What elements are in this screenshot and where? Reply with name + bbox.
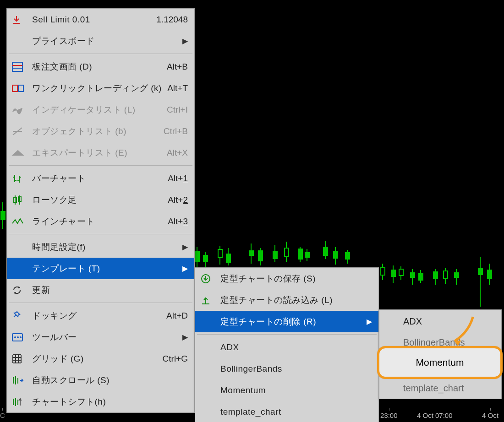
svg-rect-21 [323, 247, 328, 255]
svg-rect-37 [433, 272, 438, 278]
delete-menu-item[interactable]: BollingerBands [379, 332, 501, 353]
menu-label: グリッド (G) [32, 353, 158, 365]
blank-icon [200, 406, 220, 418]
menu-label: 更新 [32, 284, 188, 296]
menu-label: インディケータリスト (L) [32, 104, 162, 116]
autoscroll-icon [12, 374, 32, 386]
svg-rect-13 [273, 252, 277, 259]
blank-icon [200, 363, 220, 375]
menu-item-oneclick[interactable]: ワンクリックトレーディング (k) Alt+T [7, 77, 194, 99]
delete-menu-item[interactable]: ADX [379, 311, 501, 332]
pin-icon [12, 310, 32, 322]
sell-arrow-icon [12, 14, 32, 26]
candlestick-icon [12, 194, 32, 206]
menu-item-expert-list: エキスパートリスト (E) Alt+X [7, 142, 194, 163]
svg-rect-11 [258, 251, 263, 261]
svg-rect-5 [218, 249, 222, 258]
submenu-template-item[interactable]: BollingerBands [195, 358, 378, 379]
menu-label: ツールバー [32, 331, 182, 343]
menu-label: template_chart [220, 407, 372, 417]
menu-item-indicator-list: インディケータリスト (L) Ctrl+I [7, 99, 194, 120]
svg-rect-9 [249, 251, 253, 255]
menu-label: Sell Limit 0.01 [32, 15, 152, 25]
menu-item-timeframe[interactable]: 時間足設定(f) ▶ [7, 236, 194, 258]
menu-item-candlestick[interactable]: ローソク足 Alt+2 [7, 189, 194, 211]
blank-icon [12, 241, 32, 253]
svg-rect-15 [285, 248, 289, 256]
expert-icon [12, 147, 32, 159]
menu-label: 定型チャートの削除 (R) [220, 316, 367, 328]
menu-shortcut: Alt+D [162, 311, 188, 321]
delete-menu-item[interactable]: template_chart [379, 378, 501, 399]
menu-item-line-chart[interactable]: ラインチャート Alt+3 [7, 211, 194, 232]
menu-shortcut: Alt+2 [163, 195, 188, 205]
menu-item-bar-chart[interactable]: バーチャート Alt+1 [7, 168, 194, 189]
menu-label: 板注文画面 (D) [32, 61, 162, 73]
submenu-item-delete-template[interactable]: 定型チャートの削除 (R) ▶ [195, 311, 378, 332]
submenu-caret-icon: ▶ [182, 264, 188, 273]
menu-separator [197, 334, 377, 335]
menu-item-refresh[interactable]: 更新 [7, 279, 194, 301]
menu-label: Momentum [220, 385, 372, 395]
grid-icon [12, 353, 32, 365]
svg-rect-52 [12, 85, 17, 92]
refresh-icon [12, 284, 32, 296]
menu-item-autoscroll[interactable]: 自動スクロール (S) [7, 369, 194, 391]
svg-rect-43 [478, 268, 482, 275]
menu-item-toolbar[interactable]: ツールバー ▶ [7, 326, 194, 348]
submenu-template-item[interactable]: template_chart [195, 401, 378, 422]
svg-rect-3 [203, 255, 208, 262]
menu-label: ADX [403, 316, 422, 327]
context-menu-main: Sell Limit 0.01 1.12048 プライスボード ▶ 板注文画面 … [6, 8, 195, 413]
oneclick-icon [12, 82, 32, 94]
menu-item-depth[interactable]: 板注文画面 (D) Alt+B [7, 56, 194, 77]
svg-rect-25 [345, 253, 350, 259]
svg-rect-7 [226, 254, 230, 262]
menu-item-grid[interactable]: グリッド (G) Ctrl+G [7, 348, 194, 369]
menu-item-docking[interactable]: ドッキング Alt+D [7, 305, 194, 326]
indicator-icon [12, 104, 32, 116]
menu-shortcut: Ctrl+B [159, 126, 188, 136]
menu-label: BollingerBands [220, 364, 372, 374]
blank-icon [12, 35, 32, 47]
menu-label: エキスパートリスト (E) [32, 147, 162, 159]
blank-icon [12, 263, 32, 275]
menu-item-template[interactable]: テンプレート (T) ▶ [7, 258, 194, 279]
menu-label: テンプレート (T) [32, 263, 182, 275]
menu-shortcut: Alt+3 [163, 216, 188, 227]
submenu-caret-icon: ▶ [182, 243, 188, 251]
menu-separator [9, 234, 192, 234]
svg-rect-27 [381, 268, 385, 275]
svg-rect-47 [1, 211, 5, 220]
menu-shortcut: Ctrl+I [162, 105, 188, 115]
depth-icon [12, 61, 32, 73]
menu-separator [9, 165, 192, 166]
submenu-item-save-template[interactable]: 定型チャートの保存 (S) [195, 268, 378, 289]
svg-rect-53 [18, 85, 23, 92]
menu-label: オブジェクトリスト (b) [32, 125, 159, 137]
menu-label: プライスボード [32, 35, 182, 47]
menu-label: ローソク足 [32, 194, 163, 206]
menu-label: チャートシフト(h) [32, 396, 188, 408]
blank-icon [200, 341, 220, 353]
menu-item-price-board[interactable]: プライスボード ▶ [7, 30, 194, 52]
menu-label: バーチャート [32, 173, 163, 184]
svg-rect-35 [419, 274, 423, 280]
submenu-caret-icon: ▶ [182, 37, 188, 45]
x-tick: 4 Oct 07:00 [417, 411, 453, 419]
menu-item-chartshift[interactable]: チャートシフト(h) [7, 391, 194, 412]
svg-rect-1 [195, 252, 199, 262]
menu-label: template_chart [403, 383, 464, 394]
chartshift-icon [12, 396, 32, 408]
menu-shortcut: Alt+1 [163, 173, 188, 184]
menu-item-object-list: オブジェクトリスト (b) Ctrl+B [7, 120, 194, 142]
menu-shortcut: Alt+T [163, 83, 188, 93]
object-icon [12, 125, 32, 137]
menu-label: 自動スクロール (S) [32, 374, 188, 386]
submenu-template-item[interactable]: Momentum [195, 379, 378, 401]
menu-shortcut: Alt+B [162, 62, 188, 72]
submenu-item-load-template[interactable]: 定型チャートの読み込み (L) [195, 289, 378, 311]
menu-item-sell-limit[interactable]: Sell Limit 0.01 1.12048 [7, 9, 194, 30]
menu-label: ドッキング [32, 310, 162, 322]
submenu-template-item[interactable]: ADX [195, 336, 378, 358]
